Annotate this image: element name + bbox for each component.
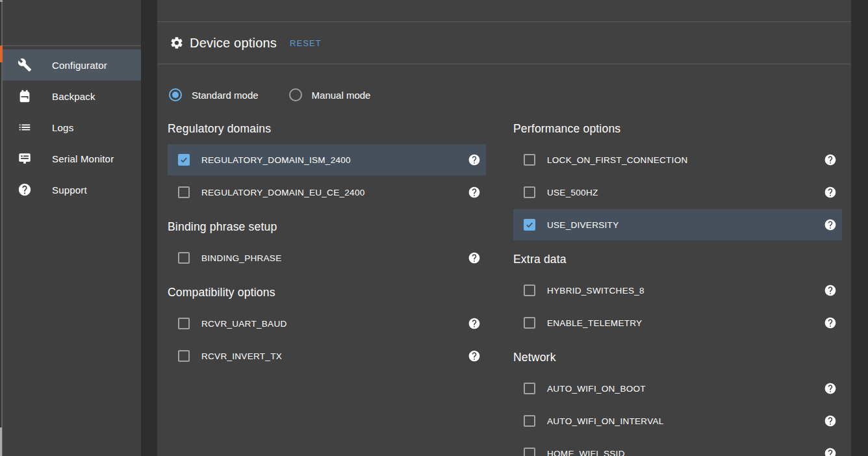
section-heading: Compatibility options — [168, 285, 486, 300]
option-label: BINDING_PHRASE — [201, 253, 468, 263]
sidebar-item-support[interactable]: Support — [3, 174, 141, 205]
option-label: REGULATORY_DOMAIN_ISM_2400 — [201, 155, 468, 165]
options-column-left: Regulatory domains REGULATORY_DOMAIN_ISM… — [168, 121, 486, 456]
help-icon[interactable] — [824, 316, 837, 329]
option-label: RCVR_INVERT_TX — [201, 351, 468, 361]
options-column-right: Performance options LOCK_ON_FIRST_CONNEC… — [513, 121, 842, 456]
checkbox[interactable] — [524, 285, 535, 296]
checkbox[interactable] — [524, 317, 535, 329]
help-icon[interactable] — [824, 284, 837, 297]
checkbox[interactable] — [178, 350, 190, 362]
reset-button[interactable]: RESET — [290, 38, 322, 48]
page-title: Device options — [190, 36, 277, 51]
options-section: Binding phrase setup BINDING_PHRASE — [168, 219, 486, 273]
window-left-edge — [0, 0, 3, 456]
scrollbar-top-cap — [0, 0, 3, 2]
help-icon[interactable] — [824, 186, 837, 199]
sidebar-item-configurator[interactable]: Configurator — [3, 49, 141, 81]
section-heading: Performance options — [513, 121, 842, 136]
options-section: Regulatory domains REGULATORY_DOMAIN_ISM… — [168, 121, 486, 208]
sidebar: Configurator Backpack Logs Serial Monito… — [3, 0, 141, 456]
help-icon[interactable] — [468, 153, 481, 166]
checkbox[interactable] — [178, 186, 190, 198]
panel-top-strip — [157, 0, 851, 22]
option-row[interactable]: RCVR_INVERT_TX — [168, 340, 486, 372]
help-icon[interactable] — [468, 251, 481, 264]
wrench-icon — [17, 57, 32, 73]
option-row[interactable]: RCVR_UART_BAUD — [168, 308, 486, 339]
sidebar-item-serial-monitor[interactable]: Serial Monitor — [3, 143, 141, 174]
serial-monitor-icon — [17, 151, 32, 166]
mode-option-manual-mode[interactable]: Manual mode — [289, 88, 371, 101]
sidebar-item-label: Support — [52, 184, 87, 196]
section-heading: Binding phrase setup — [168, 219, 486, 234]
help-icon[interactable] — [824, 218, 837, 231]
option-row[interactable]: USE_500HZ — [513, 177, 842, 208]
checkbox[interactable] — [524, 219, 535, 231]
sidebar-logo-area — [3, 0, 141, 46]
option-row[interactable]: LOCK_ON_FIRST_CONNECTION — [513, 144, 842, 175]
panel-header: Device options RESET — [157, 22, 851, 64]
option-row[interactable]: AUTO_WIFI_ON_BOOT — [513, 373, 842, 404]
help-icon[interactable] — [468, 186, 481, 199]
option-label: LOCK_ON_FIRST_CONNECTION — [547, 155, 824, 165]
sidebar-item-label: Backpack — [52, 91, 96, 102]
sidebar-item-backpack[interactable]: Backpack — [3, 81, 141, 112]
checkbox[interactable] — [524, 154, 535, 166]
help-icon[interactable] — [824, 153, 837, 166]
option-label: AUTO_WIFI_ON_INTERVAL — [547, 416, 824, 426]
radio-icon[interactable] — [289, 88, 302, 101]
option-label: REGULATORY_DOMAIN_EU_CE_2400 — [201, 188, 468, 197]
checkbox[interactable] — [524, 415, 535, 427]
help-icon[interactable] — [824, 447, 837, 456]
sidebar-item-label: Logs — [52, 122, 73, 133]
option-row[interactable]: HOME_WIFI_SSID — [513, 438, 842, 456]
checkbox[interactable] — [178, 318, 190, 329]
option-row[interactable]: ENABLE_TELEMETRY — [513, 307, 842, 338]
option-row[interactable]: HYBRID_SWITCHES_8 — [513, 275, 842, 306]
option-row[interactable]: AUTO_WIFI_ON_INTERVAL — [513, 405, 842, 437]
checkbox[interactable] — [178, 154, 190, 166]
option-row[interactable]: USE_DIVERSITY — [513, 209, 842, 240]
section-heading: Extra data — [513, 251, 842, 267]
sidebar-item-label: Serial Monitor — [52, 153, 114, 164]
help-icon[interactable] — [824, 382, 837, 395]
option-row[interactable]: REGULATORY_DOMAIN_EU_CE_2400 — [168, 177, 486, 208]
device-options-panel: Device options RESET Standard mode Manua… — [157, 0, 851, 456]
mode-label: Manual mode — [312, 90, 371, 101]
option-row[interactable]: BINDING_PHRASE — [168, 242, 486, 273]
option-label: HYBRID_SWITCHES_8 — [547, 286, 824, 296]
scrollbar-track — [1, 0, 3, 456]
options-section: Extra data HYBRID_SWITCHES_8 ENABLE_TELE… — [513, 251, 842, 338]
checkbox[interactable] — [524, 383, 535, 394]
checkbox[interactable] — [524, 186, 535, 198]
options-section: Performance options LOCK_ON_FIRST_CONNEC… — [513, 121, 842, 240]
mode-radio-group: Standard mode Manual mode — [169, 87, 842, 103]
gear-icon — [170, 36, 184, 50]
mode-option-standard-mode[interactable]: Standard mode — [169, 88, 259, 101]
option-label: USE_500HZ — [547, 188, 824, 197]
help-icon[interactable] — [468, 349, 481, 362]
backpack-icon — [17, 88, 32, 104]
option-label: USE_DIVERSITY — [547, 220, 824, 230]
option-label: RCVR_UART_BAUD — [201, 319, 468, 329]
options-section: Compatibility options RCVR_UART_BAUD RCV… — [168, 285, 486, 372]
scrollbar-thumb-orange[interactable] — [0, 45, 3, 62]
section-heading: Network — [513, 349, 842, 365]
radio-icon[interactable] — [169, 88, 182, 101]
checkbox[interactable] — [524, 448, 535, 456]
checkbox[interactable] — [178, 252, 190, 264]
scrollbar-bottom-segment — [0, 427, 2, 456]
option-row[interactable]: REGULATORY_DOMAIN_ISM_2400 — [168, 144, 486, 175]
option-label: HOME_WIFI_SSID — [547, 449, 824, 456]
list-icon — [17, 120, 32, 135]
help-icon — [17, 182, 32, 197]
options-columns: Regulatory domains REGULATORY_DOMAIN_ISM… — [168, 121, 842, 456]
options-section: Network AUTO_WIFI_ON_BOOT AUTO_WIFI_ON_I… — [513, 349, 842, 456]
help-icon[interactable] — [468, 317, 481, 330]
help-icon[interactable] — [824, 414, 837, 427]
sidebar-item-logs[interactable]: Logs — [3, 112, 141, 143]
option-label: ENABLE_TELEMETRY — [547, 318, 824, 328]
panel-content: Standard mode Manual mode Regulatory dom… — [157, 64, 851, 456]
sidebar-menu: Configurator Backpack Logs Serial Monito… — [3, 46, 141, 205]
